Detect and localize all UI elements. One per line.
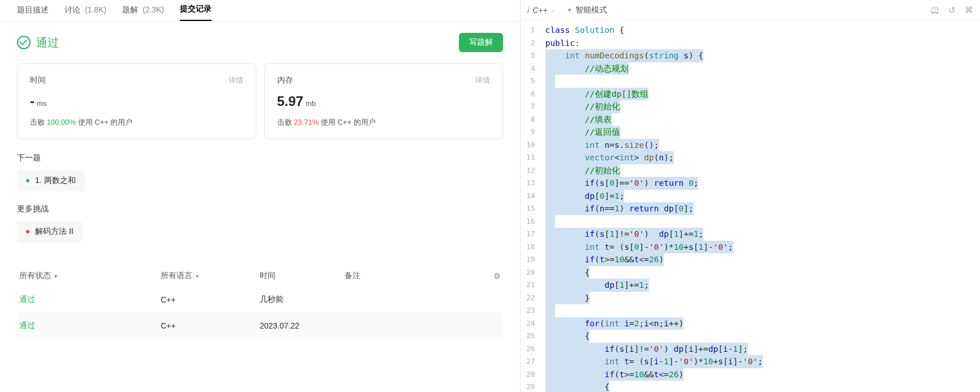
submissions-table: 所有状态▾ 所有语言▾ 时间 备注 ⚙ 通过C++几秒前通过C++2023.07…: [17, 265, 503, 339]
tabs: 题目描述 讨论 (1.8K) 题解 (2.3K) 提交记录: [0, 0, 520, 22]
code-line[interactable]: · · vector<int> dp(n);: [545, 151, 980, 164]
next-question-chip[interactable]: 1. 两数之和: [17, 170, 85, 191]
reset-icon[interactable]: ↺: [948, 5, 956, 15]
line-number: 2: [526, 37, 535, 50]
tab-discuss-label: 讨论: [65, 5, 80, 14]
tab-solution[interactable]: 题解 (2.3K): [122, 5, 164, 21]
code-line[interactable]: · · if(s[1]!='0') dp[1]+=1;: [545, 228, 980, 241]
code-line[interactable]: · · //初始化: [545, 164, 980, 177]
line-number: 3: [526, 49, 535, 62]
code-line[interactable]: · · if(t>=10&&t<=26): [545, 253, 980, 266]
code-line[interactable]: · · for(int i=2;i<n;i++): [545, 317, 980, 330]
line-number: 9: [526, 126, 535, 139]
code-line[interactable]: · · //返回值: [545, 126, 980, 139]
more-challenge-title: 解码方法 II: [35, 227, 74, 237]
left-content: 通过 写题解 时间 详情 -ms 击败 100.00% 使用 C: [0, 22, 520, 350]
row-lang: C++: [161, 321, 260, 330]
line-number: 24: [526, 317, 535, 330]
code-editor[interactable]: 1234567891011121314151617181920212223242…: [521, 20, 980, 392]
line-number: 25: [526, 330, 535, 343]
table-row[interactable]: 通过C++几秒前: [17, 287, 503, 313]
more-challenge-chip[interactable]: 解码方法 II: [17, 221, 83, 242]
line-gutter: 1234567891011121314151617181920212223242…: [521, 20, 545, 392]
code-line[interactable]: · int numDecodings(string s) {: [545, 49, 980, 62]
code-line[interactable]: · · }: [545, 292, 980, 305]
code-line[interactable]: public:: [545, 37, 980, 50]
more-challenges-label: 更多挑战: [17, 204, 503, 214]
code-line[interactable]: · · · int t= (s[i-1]-'0')*10+s[i]-'0';: [545, 355, 980, 368]
code-line[interactable]: [545, 304, 980, 317]
tab-discuss[interactable]: 讨论 (1.8K): [65, 5, 106, 21]
code-line[interactable]: · · · if(t>=10&&t<=26): [545, 368, 980, 381]
memory-value: 5.97: [277, 93, 304, 109]
code-line[interactable]: · · if(s[0]=='0') return 0;: [545, 177, 980, 190]
memory-unit: mb: [306, 99, 316, 108]
next-question-label: 下一题: [17, 153, 503, 163]
mode-label: 智能模式: [575, 5, 607, 15]
code-line[interactable]: · · · dp[1]+=1;: [545, 279, 980, 292]
row-status: 通过: [19, 295, 161, 305]
line-number: 26: [526, 343, 535, 356]
line-number: 18: [526, 241, 535, 254]
line-number: 12: [526, 164, 535, 177]
memory-beat-suffix: 使用 C++ 的用户: [321, 118, 376, 126]
col-lang-filter[interactable]: 所有语言▾: [161, 271, 260, 281]
language-label: C++: [532, 6, 547, 15]
language-select[interactable]: i C++ ⌄: [527, 6, 555, 15]
code-line[interactable]: · · int n=s.size();: [545, 139, 980, 152]
code-area[interactable]: class Solution {public:· int numDecoding…: [545, 20, 980, 392]
table-row[interactable]: 通过C++2023.07.22: [17, 313, 503, 339]
code-line[interactable]: · · //填表: [545, 113, 980, 126]
tab-solution-label: 题解: [122, 5, 138, 14]
row-status: 通过: [19, 321, 161, 331]
write-solution-button[interactable]: 写题解: [459, 33, 503, 52]
check-circle-icon: [17, 36, 31, 49]
code-line[interactable]: class Solution {: [545, 24, 980, 37]
col-status-filter[interactable]: 所有状态▾: [19, 271, 161, 281]
line-number: 28: [526, 368, 535, 381]
cursor-i-icon: i: [527, 6, 529, 15]
memory-beat-pct: 23.71%: [294, 118, 319, 126]
code-line[interactable]: · · //初始化: [545, 100, 980, 113]
tab-submissions[interactable]: 提交记录: [180, 4, 212, 21]
status-pass: 通过: [17, 35, 59, 50]
time-value: -: [30, 93, 35, 109]
line-number: 7: [526, 100, 535, 113]
code-line[interactable]: [545, 215, 980, 228]
code-line[interactable]: · · {: [545, 266, 980, 279]
line-number: 14: [526, 190, 535, 203]
line-number: 21: [526, 279, 535, 292]
code-line[interactable]: · · //创建dp[]数组: [545, 88, 980, 101]
code-line[interactable]: · · {: [545, 330, 980, 343]
line-number: 4: [526, 62, 535, 75]
col-note-header: 备注: [345, 271, 501, 281]
time-beat-pct: 100.00%: [47, 118, 76, 126]
time-title: 时间: [30, 75, 46, 86]
line-number: 20: [526, 266, 535, 279]
next-question-title: 1. 两数之和: [35, 176, 76, 186]
code-line[interactable]: · · int t= (s[0]-'0')*10+s[1]-'0';: [545, 241, 980, 254]
code-line[interactable]: · · //动态规划: [545, 62, 980, 75]
line-number: 6: [526, 88, 535, 101]
memory-detail-link[interactable]: 详情: [475, 75, 490, 86]
code-line[interactable]: [545, 75, 980, 88]
line-number: 29: [526, 381, 535, 392]
mode-dot-icon: [568, 8, 571, 11]
editor-mode[interactable]: 智能模式: [568, 5, 607, 15]
chevron-down-icon: ▾: [196, 273, 199, 279]
code-line[interactable]: · · · {: [545, 381, 980, 392]
line-number: 15: [526, 202, 535, 215]
time-detail-link[interactable]: 详情: [229, 75, 243, 86]
time-metric-card: 时间 详情 -ms 击败 100.00% 使用 C++ 的用户: [17, 63, 256, 139]
keyboard-shortcuts-icon[interactable]: ⌘: [965, 5, 973, 15]
code-line[interactable]: · · if(n==1) return dp[0];: [545, 202, 980, 215]
gear-icon[interactable]: ⚙: [493, 271, 501, 280]
left-panel: 题目描述 讨论 (1.8K) 题解 (2.3K) 提交记录 通过 写题解: [0, 0, 521, 392]
editor-toolbar: i C++ ⌄ 智能模式 🕮 ↺ ⌘: [521, 0, 980, 20]
line-number: 22: [526, 292, 535, 305]
code-line[interactable]: · · dp[0]=1;: [545, 190, 980, 203]
line-number: 8: [526, 113, 535, 126]
bookmark-icon[interactable]: 🕮: [931, 5, 939, 15]
code-line[interactable]: · · · if(s[i]!='0') dp[i]+=dp[i-1];: [545, 343, 980, 356]
tab-description[interactable]: 题目描述: [17, 5, 49, 21]
